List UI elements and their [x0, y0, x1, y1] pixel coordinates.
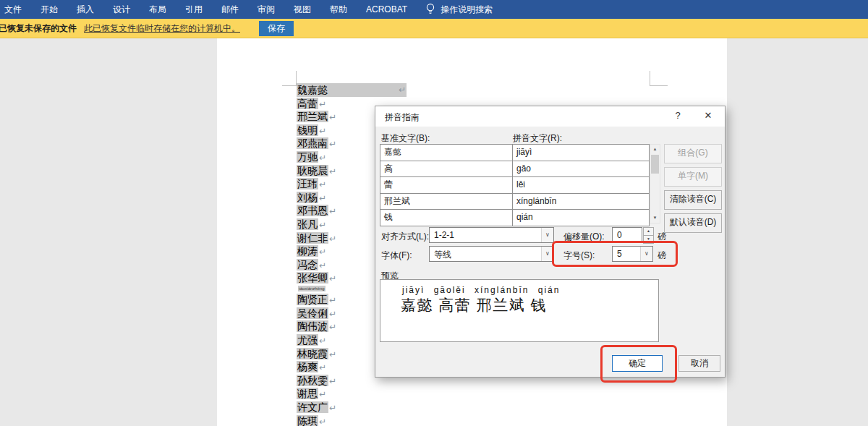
- selected-name-text: 邢兰斌: [297, 111, 328, 122]
- paragraph-mark: ↵: [319, 247, 326, 257]
- crop-mark-right: [650, 71, 668, 86]
- menu-tab[interactable]: 文件: [0, 0, 31, 19]
- paragraph-mark: ↵: [319, 220, 326, 230]
- ruby-text-cell[interactable]: xínglánbīn: [513, 194, 649, 210]
- dialog-titlebar: 拼音指南 ? ✕: [375, 106, 725, 127]
- close-icon[interactable]: ✕: [700, 110, 716, 123]
- alignment-value: 1-2-1: [434, 230, 454, 240]
- pinyin-table: 嘉懿jiāyì高gāo蕾lěi邢兰斌xínglánbīn钱qián: [380, 144, 650, 226]
- selected-name-text: 柳涛: [297, 245, 318, 257]
- menu-tab[interactable]: ACROBAT: [357, 0, 417, 19]
- combine-button[interactable]: 组合(G): [664, 144, 722, 163]
- chevron-down-icon[interactable]: ∨: [541, 228, 553, 242]
- selected-name-text: 汪玮: [297, 178, 318, 189]
- selected-name-text: 尤强: [297, 334, 318, 346]
- selected-name-text: 杨爽: [297, 361, 318, 372]
- table-scrollbar[interactable]: ▲ ▼: [650, 144, 660, 223]
- size-value: 5: [617, 249, 622, 259]
- document-name-line[interactable]: 陈琪↵: [297, 414, 407, 426]
- menu-tab[interactable]: 设计: [103, 0, 140, 19]
- pinyin-table-row: 嘉懿jiāyì: [380, 145, 649, 161]
- cancel-button[interactable]: 取消: [678, 355, 720, 372]
- size-unit: 磅: [658, 250, 666, 262]
- chevron-down-icon[interactable]: ∨: [541, 247, 553, 261]
- font-select[interactable]: 等线 ∨: [429, 246, 554, 262]
- save-button[interactable]: 保存: [259, 21, 294, 36]
- selected-name-text: 高蕾: [297, 98, 318, 109]
- ruby-text-cell[interactable]: qián: [513, 210, 649, 226]
- paragraph-mark: ↵: [329, 139, 336, 149]
- menu-tab[interactable]: 帮助: [320, 0, 357, 19]
- pinyin-table-row: 邢兰斌xínglánbīn: [380, 194, 649, 210]
- spin-down-icon[interactable]: ▼: [643, 235, 654, 244]
- offset-value: 0: [617, 230, 622, 240]
- base-text-cell[interactable]: 高: [380, 161, 513, 177]
- tell-me-search[interactable]: 操作说明搜索: [425, 3, 493, 17]
- preview-ruby-text: jiāyì gāolěi xínglánbīn qián: [402, 285, 658, 295]
- recovered-file-title: 已恢复未保存的文件: [0, 22, 77, 35]
- ruby-text-cell[interactable]: lěi: [513, 177, 649, 193]
- document-name-line[interactable]: 许文广↵: [297, 401, 407, 414]
- recovered-file-link[interactable]: 此已恢复文件临时存储在您的计算机中。: [84, 22, 240, 35]
- paragraph-mark: ↵: [319, 99, 326, 109]
- menu-tab[interactable]: 布局: [140, 0, 176, 19]
- base-text-cell[interactable]: 邢兰斌: [380, 194, 513, 210]
- selected-name-text: 谢仁非: [297, 232, 328, 244]
- ruby-text-label: 拼音文字(R):: [513, 132, 562, 145]
- offset-input[interactable]: 0: [612, 227, 642, 243]
- alignment-label: 对齐方式(L):: [381, 231, 429, 243]
- clear-readings-button[interactable]: 清除读音(C): [664, 190, 722, 210]
- pinyin-table-row: 高gāo: [380, 161, 649, 178]
- help-button[interactable]: ?: [670, 110, 686, 123]
- preview-base-text: 嘉懿 高蕾 邢兰斌 钱: [401, 295, 658, 315]
- scroll-thumb[interactable]: [651, 155, 659, 174]
- offset-unit: 磅: [658, 231, 666, 243]
- paragraph-mark: ↵: [329, 273, 336, 284]
- base-text-cell[interactable]: 嘉懿: [380, 145, 513, 161]
- tell-me-label: 操作说明搜索: [441, 4, 493, 16]
- menu-tab[interactable]: 引用: [176, 0, 212, 19]
- menu-tab[interactable]: 插入: [67, 0, 103, 19]
- document-name-line[interactable]: 谢思↵: [297, 387, 407, 401]
- recovered-file-bar: 已恢复未保存的文件 此已恢复文件临时存储在您的计算机中。 保存: [0, 19, 868, 38]
- font-value: 等线: [434, 249, 451, 261]
- menu-bar: 文件开始插入设计布局引用邮件审阅视图帮助ACROBAT 操作说明搜索: [0, 0, 868, 19]
- selected-name-text: 张华卿: [297, 272, 328, 284]
- base-text-label: 基准文字(B):: [381, 132, 430, 145]
- document-area: 魏嘉懿↵高蕾↵邢兰斌↵钱明↵邓燕南↵万驰↵耿晓晨↵汪玮↵刘杨↵邓书恩↵张凡↵谢仁…: [0, 38, 868, 426]
- menu-tab[interactable]: 开始: [31, 0, 67, 19]
- ruby-text-cell[interactable]: gāo: [513, 161, 649, 177]
- selected-name-text: 邓书恩: [297, 205, 328, 216]
- size-label: 字号(S):: [563, 250, 595, 262]
- pinyin-guide-dialog: 拼音指南 ? ✕ 基准文字(B): 拼音文字(R): 嘉懿jiāyì高gāo蕾l…: [375, 106, 726, 378]
- size-combo[interactable]: 5 ∨: [612, 246, 653, 262]
- monosyllabic-button[interactable]: 单字(M): [664, 167, 722, 187]
- paragraph-mark: ↵: [319, 126, 326, 136]
- selected-name-text: 林晓霞: [297, 348, 328, 359]
- paragraph-mark: ↵: [319, 417, 326, 426]
- paragraph-mark: ↵: [319, 193, 326, 203]
- lightbulb-icon: [425, 3, 435, 17]
- name-ruby-text: táoxiánzhèng: [298, 286, 326, 291]
- ruby-text-cell[interactable]: jiāyì: [513, 145, 649, 161]
- base-text-cell[interactable]: 蕾: [380, 177, 513, 193]
- menu-tab[interactable]: 邮件: [212, 0, 248, 19]
- ok-button[interactable]: 确定: [612, 355, 663, 372]
- scroll-up-icon[interactable]: ▲: [650, 145, 660, 154]
- chevron-down-icon[interactable]: ∨: [640, 247, 652, 261]
- menu-tab[interactable]: 审阅: [248, 0, 284, 19]
- menu-tab[interactable]: 视图: [284, 0, 320, 19]
- scroll-down-icon[interactable]: ▼: [650, 213, 660, 223]
- selected-name-text: 魏嘉懿↵: [297, 83, 407, 97]
- document-name-line[interactable]: 魏嘉懿↵: [297, 83, 407, 97]
- font-label: 字体(F):: [381, 250, 412, 262]
- offset-spinner: ▲ ▼: [643, 227, 653, 243]
- paragraph-mark: ↵: [329, 322, 336, 332]
- paragraph-mark: ↵: [329, 376, 336, 386]
- paragraph-mark: ↵: [329, 234, 336, 244]
- base-text-cell[interactable]: 钱: [380, 210, 513, 226]
- pinyin-table-row: 蕾lěi: [380, 177, 649, 194]
- alignment-select[interactable]: 1-2-1 ∨: [429, 227, 554, 243]
- selected-name-text: 钱明: [297, 124, 318, 136]
- default-readings-button[interactable]: 默认读音(D): [664, 213, 722, 233]
